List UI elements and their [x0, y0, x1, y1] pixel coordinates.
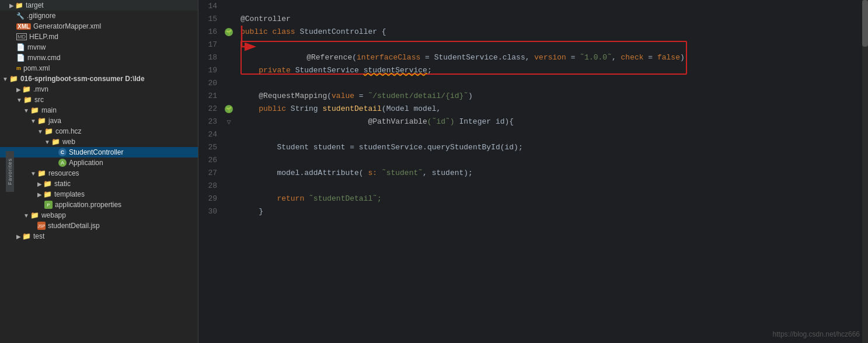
sidebar-label: mvnw.cmd [27, 54, 61, 62]
fold-icon[interactable]: ▽ [226, 118, 231, 127]
service-call: studentService.queryStudentById(id); [359, 141, 523, 154]
sidebar-label: application.properties [55, 201, 121, 209]
code-line-28 [240, 180, 862, 192]
arrow-icon: ▶ [9, 2, 14, 9]
scrollbar-thumb[interactable] [862, 0, 868, 47]
url-value: ˜/student/detail/{id}˜ [368, 90, 468, 103]
sidebar-item-test[interactable]: ▶ 📁 test [0, 231, 198, 242]
id-param: id){ [496, 116, 514, 128]
sidebar-item-resources[interactable]: ▼ 📁 resources [0, 168, 198, 178]
sidebar-label: mvnw [27, 43, 46, 51]
spring-bean-icon: 🌱 [225, 28, 233, 36]
sidebar-item[interactable]: ▶ 📁 target [0, 0, 198, 10]
gutter-spring-16: 🌱 [222, 26, 236, 38]
sidebar-label: .mvn [33, 85, 48, 93]
java-class-icon: C [58, 148, 67, 156]
space [377, 167, 382, 180]
sidebar-item[interactable]: m pom.xml [0, 63, 198, 74]
sidebar-item[interactable]: ▶ 📁 .mvn [0, 84, 198, 94]
favorites-tab[interactable]: Favorites [6, 151, 14, 192]
pom-icon: m [16, 65, 21, 71]
spaces [240, 141, 277, 154]
model-type: Model [386, 103, 414, 116]
student-var: student = [313, 141, 359, 154]
xml-file-icon: XML [16, 23, 31, 30]
annotation-controller: @Controller [240, 13, 291, 26]
param-value: value [332, 90, 354, 103]
code-content: @Controller public class StudentControll… [236, 0, 862, 343]
arrow-down-icon: ▼ [23, 107, 29, 114]
folder-icon: 📁 [15, 2, 23, 9]
equals: = [420, 53, 434, 62]
sidebar-item[interactable]: ▼ 📁 main [0, 105, 198, 116]
sidebar-item[interactable]: ▼ 📁 java [0, 116, 198, 126]
arrow-down-icon: ▼ [2, 76, 8, 82]
sidebar-label: java [48, 117, 61, 125]
model-param: model, [413, 103, 441, 116]
keyword-return: return [240, 192, 309, 205]
keyword-public-2: public [240, 103, 291, 116]
code-line-15: @Controller [240, 13, 862, 26]
sidebar-item-webapp[interactable]: ▼ 📁 webapp [0, 210, 198, 220]
sidebar-item-project[interactable]: ▼ 📁 016-springboot-ssm-consumer D:\Ide [0, 74, 198, 84]
sidebar-label: GeneratorMapper.xml [33, 22, 101, 30]
sidebar-item[interactable]: 🔧 .gitignore [0, 10, 198, 21]
paren-open: ( [352, 53, 357, 62]
gutter-fold-23[interactable]: ▽ [222, 116, 236, 128]
editor-scrollbar[interactable] [862, 0, 868, 343]
params: ( [382, 103, 386, 116]
file-tree: ▶ 📁 target 🔧 .gitignore XML GeneratorMap… [0, 0, 198, 343]
comma2: , [612, 53, 621, 62]
sidebar-item-templates[interactable]: ▶ 📁 templates [0, 189, 198, 200]
sidebar-label: resources [48, 169, 79, 177]
sidebar-item[interactable]: ▼ 📁 src [0, 94, 198, 105]
method-studentdetail: studentDetail [322, 103, 381, 116]
sidebar-label: target [26, 1, 44, 9]
sidebar-item-jsp[interactable]: JSP studentDetail.jsp [0, 220, 198, 231]
code-line-16: public class StudentController { [240, 26, 862, 38]
sidebar-label: com.hcz [55, 127, 82, 135]
paren-c: ) [468, 90, 473, 103]
watermark: https://blog.csdn.net/hcz666 [773, 330, 860, 338]
service-type: StudentService [295, 64, 364, 77]
line-numbers: 14 15 16 17 18 19 20 21 22 23 24 25 26 2… [198, 0, 222, 343]
return-val: ˜studentDetail˜; [309, 192, 382, 205]
eq: = [354, 90, 368, 103]
code-line-21: @RequestMapping(value = ˜/student/detail… [240, 90, 862, 103]
sidebar-item[interactable]: ▼ 📁 web [0, 136, 198, 147]
props-icon: P [44, 201, 53, 209]
spaces2: model.addAttribute( [240, 167, 368, 180]
spring-bean-icon-2: 🌱 [225, 105, 233, 113]
student-str: ˜student˜ [382, 167, 423, 180]
sidebar-item-static[interactable]: ▶ 📁 static [0, 178, 198, 189]
code-line-24 [240, 128, 862, 141]
md-file-icon: MD [16, 33, 27, 40]
mvnw-icon: 📄 [16, 43, 25, 51]
code-line-20 [240, 77, 862, 90]
paren-close: ) [680, 53, 685, 62]
arrow-down-icon: ▼ [30, 118, 36, 124]
sidebar-label: templates [54, 190, 85, 198]
sidebar-item[interactable]: 📄 mvnw [0, 42, 198, 52]
sidebar-label: static [54, 180, 71, 188]
arrow-down-icon: ▼ [44, 139, 50, 145]
editor-content: 14 15 16 17 18 19 20 21 22 23 24 25 26 2… [198, 0, 868, 343]
sidebar-item[interactable]: MD HELP.md [0, 32, 198, 42]
code-line-22: public String studentDetail(Model model, [240, 103, 862, 116]
file-icon: 🔧 [16, 12, 25, 20]
arrow-down-icon: ▼ [37, 128, 43, 135]
sidebar-item-application[interactable]: A Application [0, 158, 198, 168]
spring-class-icon: A [58, 159, 67, 167]
sidebar-item[interactable]: XML GeneratorMapper.xml [0, 21, 198, 32]
sidebar-item-appprops[interactable]: P application.properties [0, 200, 198, 210]
folder-icon: 📁 [23, 96, 32, 104]
sidebar-item-studentcontroller[interactable]: C StudentController [0, 147, 198, 158]
cmd-icon: 📄 [16, 54, 25, 62]
editor-gutter: 🌱 🌱 ▽ [222, 0, 236, 343]
sidebar-item[interactable]: 📄 mvnw.cmd [0, 52, 198, 63]
param-s: s: [368, 167, 377, 180]
keyword-public-class: public class [240, 26, 299, 38]
favorites-label: Favorites [7, 158, 13, 185]
rest: , student); [423, 167, 473, 180]
sidebar-item[interactable]: ▼ 📁 com.hcz [0, 126, 198, 136]
